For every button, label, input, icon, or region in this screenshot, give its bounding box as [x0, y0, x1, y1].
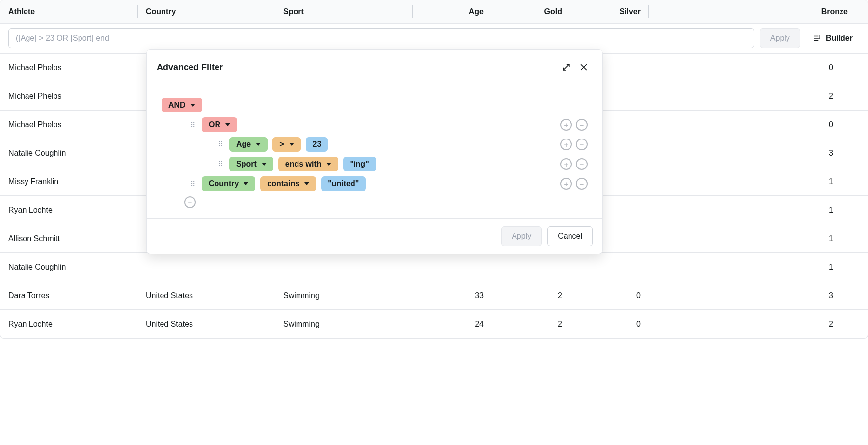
- join-operator-label: AND: [168, 101, 186, 110]
- chevron-down-icon: [190, 104, 195, 107]
- add-condition-button[interactable]: +: [560, 119, 572, 131]
- cell-athlete: Ryan Lochte: [0, 206, 138, 215]
- cell-athlete: Ryan Lochte: [0, 320, 138, 329]
- cell-silver: 0: [570, 320, 649, 329]
- cell-bronze: 3: [649, 291, 868, 300]
- drag-handle-icon[interactable]: ⠿: [189, 180, 197, 188]
- filter-condition: ⠿ Sport ends with "ing" + −: [162, 154, 593, 174]
- cell-country: United States: [138, 320, 275, 329]
- filter-group-root: AND: [162, 95, 593, 115]
- remove-condition-button[interactable]: −: [576, 158, 588, 170]
- drag-handle-icon[interactable]: ⠿: [189, 121, 197, 129]
- cell-athlete: Michael Phelps: [0, 63, 138, 72]
- add-condition-button[interactable]: +: [184, 196, 196, 208]
- cell-bronze: 1: [649, 206, 868, 215]
- field-label: Age: [236, 140, 251, 149]
- column-header-row: Athlete Country Sport Age Gold Silver Br…: [0, 0, 868, 24]
- filter-condition: ⠿ Age > 23 + −: [162, 135, 593, 154]
- chevron-down-icon: [326, 163, 331, 166]
- cell-bronze: 1: [649, 263, 868, 272]
- cell-gold: 2: [491, 291, 570, 300]
- open-builder-button[interactable]: Builder: [806, 29, 860, 48]
- remove-condition-button[interactable]: −: [576, 139, 588, 150]
- cell-sport: Swimming: [275, 320, 413, 329]
- cell-athlete: Dara Torres: [0, 291, 138, 300]
- value-input[interactable]: "united": [321, 176, 366, 191]
- value-input[interactable]: 23: [306, 137, 328, 152]
- cell-bronze: 1: [649, 234, 868, 243]
- column-header-silver[interactable]: Silver: [570, 0, 649, 23]
- cell-bronze: 0: [649, 63, 868, 72]
- popup-cancel-button[interactable]: Cancel: [547, 226, 593, 246]
- field-label: Country: [209, 179, 239, 188]
- value-label: 23: [313, 140, 322, 149]
- cell-gold: 2: [491, 320, 570, 329]
- chevron-down-icon: [262, 163, 267, 166]
- column-header-sport[interactable]: Sport: [275, 0, 413, 23]
- operator-select[interactable]: >: [272, 137, 300, 152]
- cell-athlete: Allison Schmitt: [0, 234, 138, 243]
- field-label: Sport: [236, 160, 257, 168]
- chevron-down-icon: [256, 143, 261, 146]
- field-select[interactable]: Country: [202, 176, 255, 191]
- apply-filter-button[interactable]: Apply: [760, 28, 800, 48]
- operator-select[interactable]: ends with: [278, 157, 338, 171]
- popup-title: Advanced Filter: [157, 62, 557, 73]
- chevron-down-icon: [289, 143, 294, 146]
- column-header-athlete[interactable]: Athlete: [0, 0, 138, 23]
- table-row[interactable]: Natalie Coughlin1: [0, 253, 868, 281]
- drag-handle-icon[interactable]: ⠿: [217, 160, 224, 168]
- column-header-bronze[interactable]: Bronze: [649, 0, 868, 23]
- value-input[interactable]: "ing": [343, 157, 376, 171]
- column-header-country[interactable]: Country: [138, 0, 275, 23]
- remove-condition-button[interactable]: −: [576, 119, 588, 131]
- maximize-icon[interactable]: [557, 58, 575, 76]
- operator-label: ends with: [285, 160, 322, 168]
- value-label: "ing": [350, 160, 369, 168]
- cell-bronze: 0: [649, 120, 868, 129]
- cell-sport: Swimming: [275, 291, 413, 300]
- popup-apply-button[interactable]: Apply: [501, 226, 542, 246]
- join-operator-label: OR: [209, 120, 220, 129]
- cell-bronze: 3: [649, 149, 868, 158]
- popup-header: Advanced Filter: [147, 50, 602, 85]
- join-operator-select[interactable]: AND: [162, 98, 202, 112]
- cell-athlete: Michael Phelps: [0, 120, 138, 129]
- svg-line-3: [563, 64, 569, 70]
- join-operator-select[interactable]: OR: [202, 117, 237, 132]
- column-header-age[interactable]: Age: [413, 0, 491, 23]
- cell-athlete: Michael Phelps: [0, 92, 138, 101]
- close-icon[interactable]: [575, 58, 593, 76]
- cell-bronze: 1: [649, 177, 868, 186]
- builder-label: Builder: [826, 34, 853, 43]
- cell-age: 33: [413, 291, 491, 300]
- builder-icon: [813, 34, 822, 43]
- add-condition-button[interactable]: +: [560, 178, 572, 190]
- column-header-gold[interactable]: Gold: [491, 0, 570, 23]
- field-select[interactable]: Sport: [229, 157, 273, 171]
- table-row[interactable]: Dara TorresUnited StatesSwimming33203: [0, 281, 868, 310]
- cell-bronze: 2: [649, 320, 868, 329]
- value-label: "united": [328, 179, 359, 188]
- filter-expression-input[interactable]: ([Age] > 23 OR [Sport] end: [8, 28, 754, 48]
- operator-label: >: [279, 140, 284, 149]
- cell-silver: 0: [570, 291, 649, 300]
- cell-athlete: Natalie Coughlin: [0, 263, 138, 272]
- add-condition-button[interactable]: +: [560, 158, 572, 170]
- drag-handle-icon[interactable]: ⠿: [217, 140, 224, 148]
- chevron-down-icon: [225, 123, 230, 126]
- operator-label: contains: [267, 179, 299, 188]
- chevron-down-icon: [244, 182, 248, 185]
- field-select[interactable]: Age: [229, 137, 268, 152]
- chevron-down-icon: [304, 182, 309, 185]
- filter-builder: AND ⠿ OR + − ⠿ Age: [147, 85, 602, 218]
- cell-athlete: Natalie Coughlin: [0, 149, 138, 158]
- table-row[interactable]: Ryan LochteUnited StatesSwimming24202: [0, 310, 868, 338]
- add-condition-button[interactable]: +: [560, 139, 572, 150]
- cell-bronze: 2: [649, 92, 868, 101]
- remove-condition-button[interactable]: −: [576, 178, 588, 190]
- popup-footer: Apply Cancel: [147, 218, 602, 254]
- advanced-filter-popup: Advanced Filter AND ⠿ OR: [146, 49, 603, 254]
- operator-select[interactable]: contains: [260, 176, 316, 191]
- filter-group: ⠿ OR + −: [162, 115, 593, 135]
